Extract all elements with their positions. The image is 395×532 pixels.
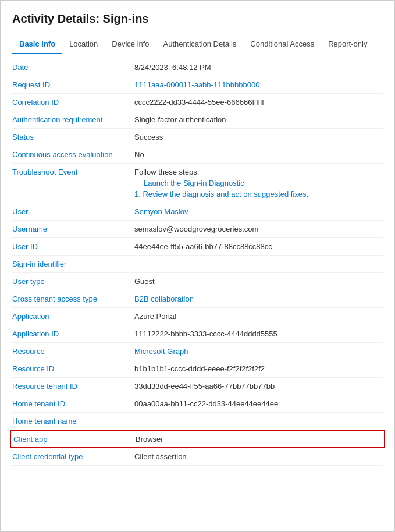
troubleshoot-step: 1. Review the diagnosis and act on sugge…: [134, 190, 383, 198]
value-status: Success: [134, 133, 383, 141]
row-application-id: Application ID11112222-bbbb-3333-cccc-44…: [12, 325, 383, 343]
label-correlation-id: Correlation ID: [12, 98, 134, 107]
label-application-id: Application ID: [12, 329, 134, 338]
page-title: Activity Details: Sign-ins: [12, 12, 383, 26]
row-troubleshoot: Troubleshoot EventFollow these steps:Lau…: [12, 164, 383, 203]
row-date: Date8/24/2023, 6:48:12 PM: [12, 59, 383, 76]
value-user-id: 44ee44ee-ff55-aa66-bb77-88cc88cc88cc: [134, 242, 383, 251]
label-home-tenant-id: Home tenant ID: [12, 399, 134, 408]
troubleshoot-follow-text: Follow these steps:: [134, 168, 383, 176]
label-status: Status: [12, 133, 134, 141]
value-application: Azure Portal: [134, 312, 383, 321]
tab-authentication-details[interactable]: Authentication Details: [156, 35, 244, 54]
tab-basic-info[interactable]: Basic info: [12, 35, 62, 54]
value-user[interactable]: Semyon Maslov: [134, 207, 383, 216]
row-user-type: User typeGuest: [12, 273, 383, 290]
value-client-credential-type: Client assertion: [134, 452, 383, 461]
label-client-credential-type: Client credential type: [12, 452, 134, 461]
row-application: ApplicationAzure Portal: [12, 308, 383, 325]
label-user-id: User ID: [12, 242, 134, 251]
label-resource-id: Resource ID: [12, 364, 134, 373]
value-resource-tenant-id: 33dd33dd-ee44-ff55-aa66-77bb77bb77bb: [134, 382, 383, 391]
label-resource-tenant-id: Resource tenant ID: [12, 382, 134, 391]
tab-conditional-access[interactable]: Conditional Access: [243, 35, 321, 54]
tab-location[interactable]: Location: [62, 35, 105, 54]
value-correlation-id: cccc2222-dd33-4444-55ee-666666ffffff: [134, 98, 383, 107]
value-request-id[interactable]: 1111aaa-000011-aabb-111bbbbb000: [134, 80, 383, 89]
label-sign-in-identifier: Sign-in identifier: [12, 260, 134, 268]
value-user-type: Guest: [134, 277, 383, 286]
value-home-tenant-id: 00aa00aa-bb11-cc22-dd33-44ee44ee44ee: [134, 399, 383, 408]
label-client-app: Client app: [13, 435, 136, 444]
value-resource-id: b1b1b1b1-cccc-dddd-eeee-f2f2f2f2f2f2: [134, 364, 383, 373]
value-cross-tenant-access[interactable]: B2B collaboration: [134, 295, 383, 303]
row-home-tenant-name: Home tenant name: [12, 413, 383, 430]
row-user-id: User ID44ee44ee-ff55-aa66-bb77-88cc88cc8…: [12, 238, 383, 256]
label-application: Application: [12, 312, 134, 321]
row-status: StatusSuccess: [12, 129, 383, 146]
label-user-type: User type: [12, 277, 134, 286]
value-application-id: 11112222-bbbb-3333-cccc-4444dddd5555: [134, 329, 383, 338]
row-cross-tenant-access: Cross tenant access typeB2B collaboratio…: [12, 290, 383, 308]
tab-bar: Basic infoLocationDevice infoAuthenticat…: [12, 35, 383, 54]
value-auth-requirement: Single-factor authentication: [134, 115, 383, 124]
value-resource[interactable]: Microsoft Graph: [134, 347, 383, 356]
row-client-credential-type: Client credential typeClient assertion: [12, 448, 383, 466]
label-troubleshoot: Troubleshoot Event: [12, 168, 134, 176]
content-area: Date8/24/2023, 6:48:12 PMRequest ID1111a…: [12, 59, 383, 466]
value-continuous-access: No: [134, 150, 383, 159]
label-home-tenant-name: Home tenant name: [12, 417, 134, 425]
row-continuous-access: Continuous access evaluationNo: [12, 146, 383, 164]
row-resource: ResourceMicrosoft Graph: [12, 343, 383, 360]
row-home-tenant-id: Home tenant ID00aa00aa-bb11-cc22-dd33-44…: [12, 395, 383, 413]
row-user: UserSemyon Maslov: [12, 203, 383, 221]
row-auth-requirement: Authentication requirementSingle-factor …: [12, 111, 383, 129]
value-date: 8/24/2023, 6:48:12 PM: [134, 63, 383, 72]
row-correlation-id: Correlation IDcccc2222-dd33-4444-55ee-66…: [12, 94, 383, 111]
label-request-id: Request ID: [12, 80, 134, 89]
label-resource: Resource: [12, 347, 134, 356]
troubleshoot-link[interactable]: Launch the Sign-in Diagnostic.: [144, 179, 383, 187]
row-client-app: Client appBrowser: [10, 430, 385, 448]
label-date: Date: [12, 63, 134, 72]
activity-details-container: Activity Details: Sign-ins Basic infoLoc…: [0, 0, 395, 532]
troubleshoot-value: Follow these steps:Launch the Sign-in Di…: [134, 168, 383, 198]
row-request-id: Request ID1111aaa-000011-aabb-111bbbbb00…: [12, 76, 383, 94]
label-cross-tenant-access: Cross tenant access type: [12, 295, 134, 303]
tab-device-info[interactable]: Device info: [105, 35, 156, 54]
tab-report-only[interactable]: Report-only: [321, 35, 374, 54]
row-resource-id: Resource IDb1b1b1b1-cccc-dddd-eeee-f2f2f…: [12, 360, 383, 378]
row-resource-tenant-id: Resource tenant ID33dd33dd-ee44-ff55-aa6…: [12, 378, 383, 395]
label-continuous-access: Continuous access evaluation: [12, 150, 134, 159]
row-sign-in-identifier: Sign-in identifier: [12, 256, 383, 273]
value-username: semaslov@woodgrovegroceries.com: [134, 225, 383, 233]
label-username: Username: [12, 225, 134, 233]
label-user: User: [12, 207, 134, 216]
value-client-app: Browser: [136, 435, 382, 444]
row-username: Usernamesemaslov@woodgrovegroceries.com: [12, 221, 383, 238]
label-auth-requirement: Authentication requirement: [12, 115, 134, 124]
